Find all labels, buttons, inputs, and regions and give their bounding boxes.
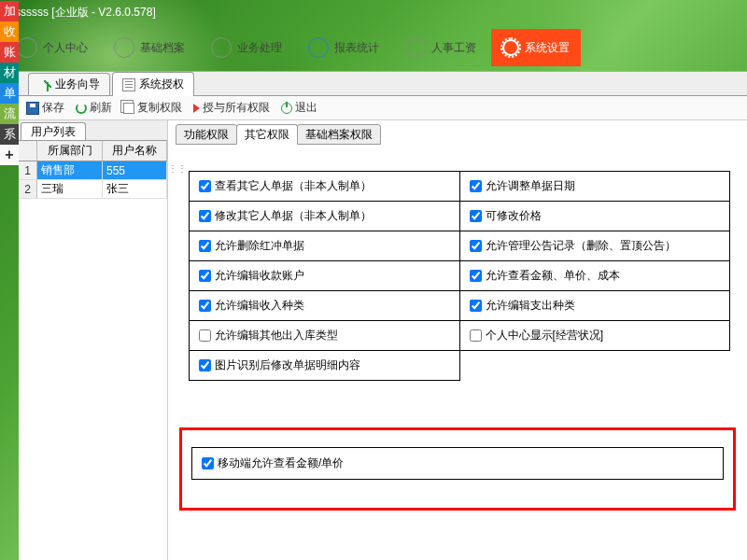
grant-all-button[interactable]: 授与所有权限	[193, 100, 270, 116]
tab-wizard[interactable]: 业务向导	[28, 73, 110, 95]
window-title: sssssss [企业版 - V2.6.0.578]	[0, 0, 747, 24]
grant-icon	[193, 104, 200, 113]
nav-personal[interactable]: 个人中心	[6, 29, 99, 66]
exit-button[interactable]: 退出	[281, 100, 317, 116]
top-nav: 个人中心 基础档案 业务处理 报表统计 人事工资 系统设置	[0, 24, 747, 71]
perm-edit-income[interactable]: 允许编辑收入种类	[199, 298, 450, 314]
left-pane: 用户列表 所属部门 用户名称 1 销售部 555 2 三瑞 张三	[19, 120, 168, 560]
user-row-0[interactable]: 1 销售部 555	[19, 161, 167, 180]
perm-delete-red[interactable]: 允许删除红冲单据	[199, 238, 450, 254]
perm-edit-stocktype[interactable]: 允许编辑其他出入库类型	[199, 328, 450, 343]
col-dept[interactable]: 所属部门	[37, 141, 103, 161]
right-pane: 功能权限 其它权限 基础档案权限 查看其它人单据（非本人制单） 允许调整单据日期…	[168, 120, 747, 560]
perm-img-recog[interactable]: 图片识别后修改单据明细内容	[199, 357, 450, 373]
tab-auth[interactable]: 系统授权	[112, 72, 194, 96]
rtab-archive[interactable]: 基础档案权限	[297, 124, 381, 145]
refresh-button[interactable]: 刷新	[76, 100, 112, 116]
perm-edit-price[interactable]: 可修改价格	[470, 208, 721, 224]
gear-icon	[502, 39, 519, 56]
nav-business[interactable]: 业务处理	[200, 29, 293, 66]
sidetab-3[interactable]: 材	[0, 63, 19, 83]
nav-hr[interactable]: 人事工资	[394, 29, 487, 66]
nav-reports[interactable]: 报表统计	[297, 29, 390, 66]
perm-show-business[interactable]: 个人中心显示[经营状况]	[470, 328, 721, 343]
toolbar: 保存 刷新 复制权限 授与所有权限 退出	[19, 96, 747, 120]
copy-perm-button[interactable]: 复制权限	[123, 100, 182, 116]
sidetab-2[interactable]: 账	[0, 42, 19, 63]
perm-edit-others[interactable]: 修改其它人单据（非本人制单）	[199, 208, 450, 224]
document-tabs: 业务向导 系统授权	[19, 72, 747, 96]
highlight-box: 移动端允许查看金额/单价	[179, 427, 736, 511]
rtab-other[interactable]: 其它权限	[236, 124, 298, 145]
col-user[interactable]: 用户名称	[103, 141, 167, 161]
arrow-icon	[38, 78, 51, 91]
perm-manage-notice[interactable]: 允许管理公告记录（删除、置顶公告）	[470, 238, 721, 254]
copy-icon	[123, 103, 134, 114]
drag-handle[interactable]: ⋮⋮	[168, 167, 176, 175]
rtab-func[interactable]: 功能权限	[176, 124, 237, 145]
user-row-1[interactable]: 2 三瑞 张三	[19, 180, 167, 199]
document-icon	[122, 78, 135, 91]
exit-icon	[281, 103, 292, 114]
perm-mobile-amount[interactable]: 移动端允许查看金额/单价	[202, 455, 713, 471]
save-icon	[26, 102, 39, 115]
perm-edit-account[interactable]: 允许编辑收款账户	[199, 268, 450, 284]
permission-table: 查看其它人单据（非本人制单） 允许调整单据日期 修改其它人单据（非本人制单） 可…	[189, 171, 730, 381]
save-button[interactable]: 保存	[26, 100, 64, 116]
grid-header: 所属部门 用户名称	[19, 141, 167, 161]
nav-archives[interactable]: 基础档案	[103, 29, 196, 66]
sidetab-add[interactable]: +	[0, 145, 19, 165]
nav-system[interactable]: 系统设置	[491, 29, 581, 66]
sidetab-4[interactable]: 单	[0, 83, 19, 104]
sidetab-6[interactable]: 系	[0, 124, 19, 145]
sidetab-5[interactable]: 流	[0, 104, 19, 124]
sidetab-1[interactable]: 收	[0, 21, 19, 42]
perm-view-others[interactable]: 查看其它人单据（非本人制单）	[199, 178, 450, 194]
refresh-icon	[76, 103, 87, 114]
tab-userlist[interactable]: 用户列表	[21, 122, 86, 140]
perm-view-amount[interactable]: 允许查看金额、单价、成本	[470, 268, 721, 284]
perm-edit-expense[interactable]: 允许编辑支出种类	[470, 298, 721, 314]
perm-adjust-date[interactable]: 允许调整单据日期	[470, 178, 721, 194]
sidetab-0[interactable]: 加	[0, 1, 19, 21]
side-tabs: 加 收 账 材 单 流 系 +	[0, 1, 19, 165]
